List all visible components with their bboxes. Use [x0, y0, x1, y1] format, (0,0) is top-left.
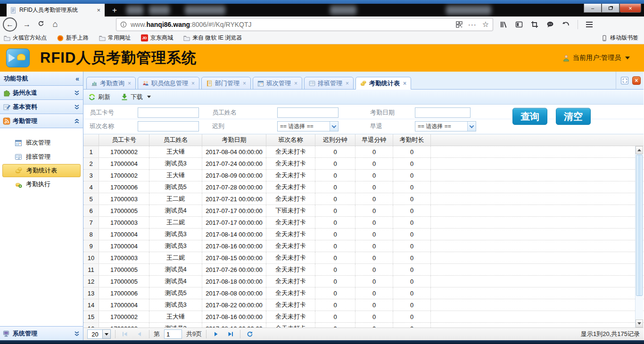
page-actions-icon[interactable]: ···: [468, 20, 477, 28]
sidebar-group-attendance[interactable]: 考勤管理: [0, 114, 83, 128]
table-row[interactable]: 13 17000006 测试员5 2017-08-08 00:00:00 全天未…: [83, 287, 644, 299]
column-header[interactable]: 班次名称: [266, 134, 315, 146]
bookmark-item[interactable]: 来自 微软 IE 浏览器: [183, 34, 242, 42]
query-button[interactable]: 查询: [512, 108, 547, 125]
chevron-down-icon[interactable]: [467, 122, 476, 131]
tab-close-icon[interactable]: ×: [294, 80, 297, 87]
chat-bubble-icon[interactable]: [546, 21, 554, 28]
forward-button[interactable]: →: [20, 20, 34, 29]
tab-attendance-report[interactable]: 考勤统计表 ×: [355, 77, 411, 90]
tab-shift-management[interactable]: 班次管理 ×: [253, 77, 302, 90]
tab-close-icon[interactable]: ×: [403, 80, 406, 87]
bookmark-item[interactable]: JD 京东商城: [141, 34, 173, 42]
browser-tab[interactable]: RFID人员考勤管理系统 ×: [7, 4, 105, 16]
page-size-combo[interactable]: [87, 329, 111, 339]
table-row[interactable]: 11 17000005 测试员4 2017-07-26 00:00:00 全天未…: [83, 264, 644, 276]
mobile-bookmarks-item[interactable]: 移动版书签: [601, 34, 638, 42]
table-row[interactable]: 15 17000002 王大锤 2017-08-16 00:00:00 全天未打…: [83, 311, 644, 323]
tab-close-icon[interactable]: ×: [96, 7, 101, 14]
table-row[interactable]: 4 17000006 测试员5 2017-07-28 00:00:00 全天未打…: [83, 181, 644, 193]
table-row[interactable]: 8 17000004 测试员3 2017-08-14 00:00:00 全天未打…: [83, 229, 644, 240]
table-row[interactable]: 12 17000005 测试员4 2017-08-18 00:00:00 全天未…: [83, 276, 644, 287]
scroll-down-button[interactable]: [636, 319, 643, 328]
scrollbar-thumb[interactable]: [636, 155, 643, 296]
sidebar-toggle-icon[interactable]: [515, 21, 523, 28]
table-row[interactable]: 9 17000004 测试员3 2017-08-16 00:00:00 全天未打…: [83, 240, 644, 252]
minimize-button[interactable]: –: [584, 4, 602, 13]
table-row[interactable]: 3 17000002 王大锤 2017-08-09 00:00:00 全天未打卡…: [83, 170, 644, 181]
tab-close-icon[interactable]: ×: [128, 80, 131, 87]
sidebar-item-schedule-management[interactable]: 排班管理: [2, 150, 81, 164]
restore-button[interactable]: [602, 4, 619, 13]
maximize-panel-icon[interactable]: [621, 77, 628, 84]
bookmark-item[interactable]: 新手上路: [57, 34, 89, 42]
sidebar-group-label: 基本资料: [13, 103, 37, 111]
late-select[interactable]: == 请选择 ==: [277, 121, 339, 131]
tab-department[interactable]: 部门管理 ×: [201, 77, 251, 90]
url-bar[interactable]: www.hanqi86.wang:8006/#!/Kq/RYKQTJ ··· ☆: [116, 18, 493, 31]
name-input[interactable]: [277, 107, 339, 118]
refresh-button[interactable]: 刷新: [88, 93, 110, 101]
sidebar-item-attendance-report[interactable]: 考勤统计表: [2, 164, 81, 177]
column-header[interactable]: 考勤日期: [202, 134, 266, 146]
page-number-input[interactable]: [164, 329, 182, 339]
bookmark-item[interactable]: 火狐官方站点: [4, 34, 47, 42]
bookmark-star-icon[interactable]: ☆: [482, 20, 489, 29]
tab-employee-info[interactable]: 职员信息管理 ×: [138, 77, 199, 90]
current-user-menu[interactable]: 当前用户:管理员: [562, 54, 630, 62]
sidebar-group-system[interactable]: 系统管理: [0, 326, 83, 340]
tab-schedule-management[interactable]: 排班管理 ×: [304, 77, 354, 90]
download-button[interactable]: 下载: [121, 93, 151, 101]
page-size-dropdown-icon[interactable]: [102, 329, 111, 339]
tab-attendance-query[interactable]: 考勤查询 ×: [86, 77, 136, 90]
back-button[interactable]: ←: [3, 17, 17, 32]
window-close-button[interactable]: ×: [619, 4, 641, 13]
screenshot-icon[interactable]: [531, 21, 538, 28]
undo-arrow-icon[interactable]: [562, 21, 570, 28]
menu-hamburger-icon[interactable]: [586, 22, 593, 27]
tab-close-icon[interactable]: ×: [243, 80, 246, 87]
table-row[interactable]: 16 17000003 测试员3 2017-08-10 00:00:00 全天未…: [83, 323, 644, 328]
table-row[interactable]: 1 17000002 王大锤 2017-08-04 00:00:00 全天未打卡…: [83, 146, 644, 158]
sidebar-group-basic[interactable]: 基本资料: [0, 100, 83, 114]
last-page-button[interactable]: [225, 329, 236, 339]
column-header[interactable]: 考勤时长: [393, 134, 431, 146]
new-tab-button[interactable]: +: [108, 4, 121, 16]
table-row[interactable]: 10 17000003 王二妮 2017-08-15 00:00:00 全天未打…: [83, 252, 644, 264]
table-row[interactable]: 7 17000003 王二妮 2017-07-17 00:00:00 全天未打卡…: [83, 217, 644, 229]
table-row[interactable]: 5 17000003 王二妮 2017-07-21 00:00:00 全天未打卡…: [83, 193, 644, 205]
qr-code-icon[interactable]: [456, 21, 462, 28]
table-row[interactable]: 6 17000005 测试员4 2017-07-17 00:00:00 下班未打…: [83, 205, 644, 217]
tab-close-icon[interactable]: ×: [346, 80, 349, 87]
column-header[interactable]: 员工卡号: [99, 134, 149, 146]
date-input[interactable]: [415, 107, 471, 118]
sidebar-collapse-icon[interactable]: «: [75, 75, 79, 82]
early-select[interactable]: == 请选择 ==: [415, 121, 476, 131]
prev-page-button[interactable]: [134, 329, 145, 339]
chevron-down-icon[interactable]: [330, 122, 338, 131]
page-size-input[interactable]: [87, 329, 102, 339]
table-row[interactable]: 2 17000004 测试员3 2017-07-24 00:00:00 全天未打…: [83, 158, 644, 170]
first-page-icon: [122, 331, 128, 337]
first-page-button[interactable]: [120, 329, 130, 339]
sidebar-item-attendance-execute[interactable]: 考勤执行: [2, 177, 81, 191]
table-row[interactable]: 14 17000004 测试员3 2017-08-22 00:00:00 全天未…: [83, 299, 644, 311]
sidebar-group-yangzhou[interactable]: 扬州永道: [0, 86, 83, 100]
scroll-up-button[interactable]: [636, 146, 643, 154]
card-no-input[interactable]: [138, 107, 199, 118]
reload-button[interactable]: [34, 20, 48, 29]
vertical-scrollbar[interactable]: [635, 146, 643, 328]
column-header[interactable]: 员工姓名: [149, 134, 202, 146]
library-icon[interactable]: [500, 21, 507, 28]
clear-button[interactable]: 清空: [556, 108, 591, 125]
pager-refresh-button[interactable]: [245, 329, 255, 339]
bookmark-item[interactable]: 常用网址: [99, 34, 131, 42]
column-header[interactable]: 早退分钟: [355, 134, 393, 146]
home-button[interactable]: ⌂: [48, 19, 62, 29]
next-page-button[interactable]: [211, 329, 221, 339]
tab-close-icon[interactable]: ×: [191, 80, 195, 87]
sidebar-item-shift-management[interactable]: 班次管理: [2, 136, 81, 150]
column-header[interactable]: 迟到分钟: [315, 134, 355, 146]
shift-name-input[interactable]: [138, 121, 199, 131]
close-panel-icon[interactable]: ×: [632, 76, 641, 85]
